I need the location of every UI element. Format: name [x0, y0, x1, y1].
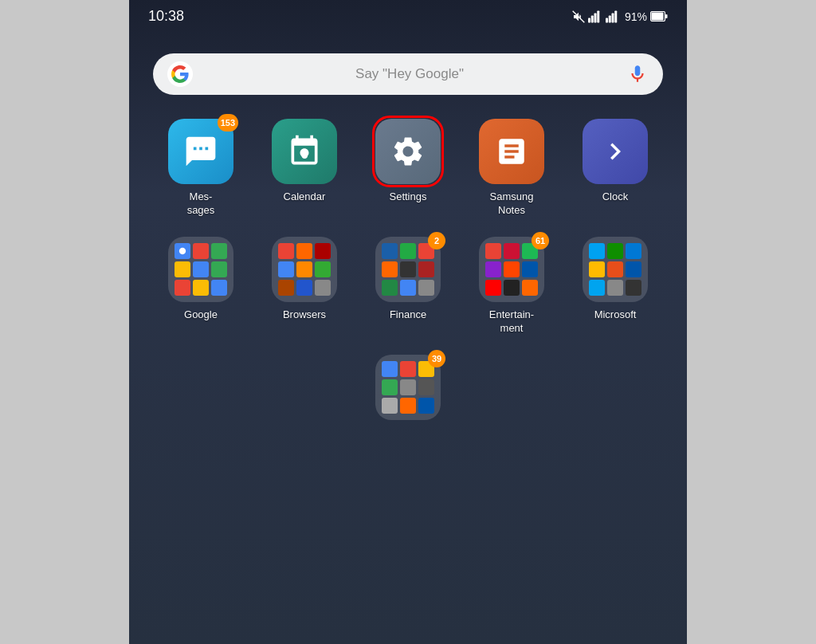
clock-icon [583, 119, 648, 184]
battery-percent: 91% [625, 10, 647, 23]
search-bar[interactable]: Say "Hey Google" [153, 53, 663, 95]
app-samsung-notes[interactable]: SamsungNotes [468, 119, 555, 218]
entertainment-folder-label: Entertain-ment [489, 308, 534, 336]
svg-rect-6 [609, 15, 611, 22]
microsoft-folder-label: Microsoft [594, 308, 637, 322]
google-g-logo [167, 61, 193, 87]
battery-icon [650, 11, 668, 22]
app-finance-folder[interactable]: 2 Finance [364, 237, 452, 336]
svg-rect-2 [591, 15, 594, 22]
browsers-folder-label: Browsers [283, 308, 326, 322]
svg-text:6: 6 [300, 147, 308, 161]
svg-rect-4 [597, 10, 599, 22]
svg-rect-8 [614, 10, 617, 22]
finance-badge: 2 [428, 232, 445, 249]
svg-rect-3 [594, 13, 596, 22]
samsung-notes-label: SamsungNotes [490, 190, 534, 218]
google-folder-icon [168, 237, 233, 302]
status-icons: 91% [572, 10, 668, 23]
svg-rect-11 [665, 14, 668, 18]
signal-icon [588, 10, 602, 23]
messages-label: Mes-sages [187, 190, 215, 218]
svg-rect-1 [588, 18, 590, 22]
browsers-folder-icon [272, 237, 337, 302]
app-messages[interactable]: 153 Mes-sages [157, 119, 245, 218]
svg-rect-7 [611, 13, 614, 22]
svg-rect-5 [606, 18, 608, 22]
entertainment-badge: 61 [532, 232, 549, 249]
app-partial-1[interactable]: 39 [364, 355, 452, 426]
mute-icon [572, 10, 585, 23]
settings-highlight-border [372, 116, 444, 187]
app-calendar[interactable]: 6 Calendar [261, 119, 348, 218]
partial-badge: 39 [428, 350, 445, 367]
signal2-icon [606, 10, 620, 23]
status-time: 10:38 [148, 8, 184, 25]
app-browsers-folder[interactable]: Browsers [261, 237, 348, 336]
app-row-3: 39 [129, 355, 687, 426]
status-bar: 10:38 91% [129, 0, 687, 29]
svg-rect-10 [652, 13, 664, 21]
google-folder-label: Google [184, 308, 218, 322]
phone-frame: 10:38 91% [129, 0, 687, 644]
samsung-notes-icon [479, 119, 544, 184]
app-clock[interactable]: Clock [571, 119, 659, 218]
app-entertainment-folder[interactable]: 61 Entertain-ment [468, 237, 555, 336]
app-row-2: Google Browsers [129, 237, 687, 336]
settings-label: Settings [390, 190, 427, 204]
clock-label: Clock [602, 190, 629, 204]
calendar-icon: 6 [272, 119, 337, 184]
finance-folder-label: Finance [390, 308, 426, 322]
microsoft-folder-icon [583, 237, 648, 302]
app-settings[interactable]: Settings [364, 119, 452, 218]
app-google-folder[interactable]: Google [157, 237, 245, 336]
calendar-label: Calendar [284, 190, 326, 204]
mic-icon[interactable] [626, 63, 649, 85]
app-row-1: 153 Mes-sages 6 Calendar [129, 119, 687, 218]
messages-badge: 153 [218, 114, 238, 132]
app-microsoft-folder[interactable]: Microsoft [571, 237, 659, 336]
search-placeholder: Say "Hey Google" [202, 66, 617, 82]
